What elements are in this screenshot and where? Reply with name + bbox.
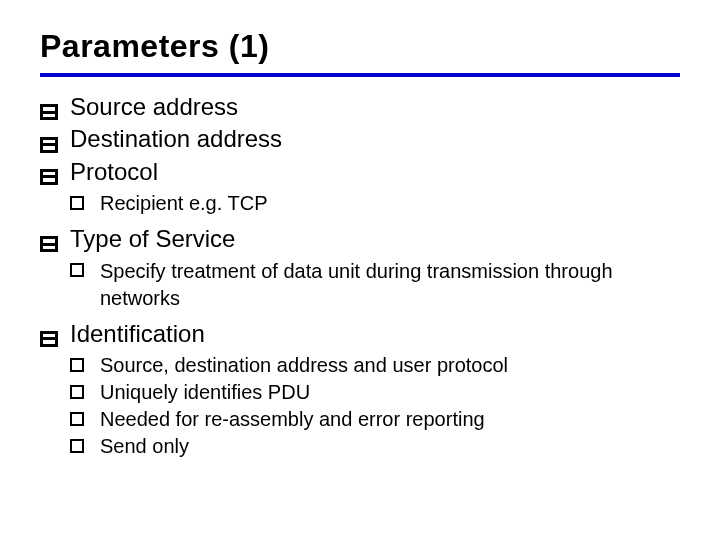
bowtie-bullet-icon	[40, 104, 58, 120]
bullet-list: Source address Destination address Proto…	[40, 91, 680, 460]
sub-item-label: Needed for re-assembly and error reporti…	[100, 408, 485, 430]
sub-item: Needed for re-assembly and error reporti…	[70, 406, 680, 433]
bowtie-bullet-icon	[40, 169, 58, 185]
bowtie-bullet-icon	[40, 137, 58, 153]
item-label: Destination address	[70, 125, 282, 152]
sub-item: Send only	[70, 433, 680, 460]
bowtie-bullet-icon	[40, 331, 58, 347]
list-item: Destination address	[40, 123, 680, 155]
sub-item: Source, destination address and user pro…	[70, 352, 680, 379]
sub-item-label: Recipient e.g. TCP	[100, 192, 268, 214]
list-item: Protocol Recipient e.g. TCP	[40, 156, 680, 217]
list-item: Identification Source, destination addre…	[40, 318, 680, 460]
sub-item: Specify treatment of data unit during tr…	[70, 258, 680, 312]
title-divider	[40, 73, 680, 77]
slide: Parameters (1) Source address Destinatio…	[0, 0, 720, 540]
sub-list: Source, destination address and user pro…	[70, 352, 680, 460]
square-bullet-icon	[70, 196, 84, 210]
square-bullet-icon	[70, 439, 84, 453]
sub-item: Recipient e.g. TCP	[70, 190, 680, 217]
bowtie-bullet-icon	[40, 236, 58, 252]
item-label: Identification	[70, 320, 205, 347]
square-bullet-icon	[70, 385, 84, 399]
sub-item-label: Specify treatment of data unit during tr…	[100, 260, 613, 309]
sub-item: Uniquely identifies PDU	[70, 379, 680, 406]
list-item: Source address	[40, 91, 680, 123]
sub-list: Specify treatment of data unit during tr…	[70, 258, 680, 312]
sub-item-label: Uniquely identifies PDU	[100, 381, 310, 403]
item-label: Type of Service	[70, 225, 235, 252]
square-bullet-icon	[70, 412, 84, 426]
square-bullet-icon	[70, 263, 84, 277]
item-label: Source address	[70, 93, 238, 120]
sub-list: Recipient e.g. TCP	[70, 190, 680, 217]
slide-title: Parameters (1)	[40, 28, 680, 65]
square-bullet-icon	[70, 358, 84, 372]
item-label: Protocol	[70, 158, 158, 185]
sub-item-label: Source, destination address and user pro…	[100, 354, 508, 376]
list-item: Type of Service Specify treatment of dat…	[40, 223, 680, 311]
sub-item-label: Send only	[100, 435, 189, 457]
